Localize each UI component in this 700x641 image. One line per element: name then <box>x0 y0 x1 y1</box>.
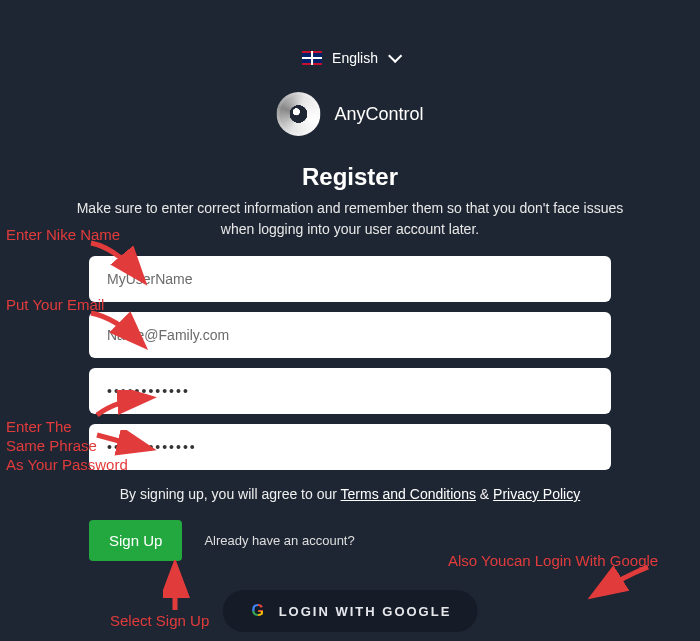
email-field[interactable] <box>89 312 611 358</box>
password-field[interactable] <box>89 368 611 414</box>
page-title: Register <box>0 163 700 191</box>
brand: AnyControl <box>276 92 423 136</box>
confirm-password-field[interactable] <box>89 424 611 470</box>
language-label: English <box>332 50 378 66</box>
annotation-signup: Select Sign Up <box>110 612 209 631</box>
signup-button[interactable]: Sign Up <box>89 520 182 561</box>
language-selector[interactable]: English <box>302 50 398 66</box>
brand-logo-icon <box>276 92 320 136</box>
page-subtitle: Make sure to enter correct information a… <box>70 198 630 240</box>
google-button-label: LOGIN WITH GOOGLE <box>279 604 452 619</box>
google-icon: G <box>249 602 267 620</box>
arrow-icon <box>163 560 193 615</box>
register-form: By signing up, you will agree to our Ter… <box>89 256 611 561</box>
terms-link[interactable]: Terms and Conditions <box>341 486 476 502</box>
privacy-link[interactable]: Privacy Policy <box>493 486 580 502</box>
agreement-prefix: By signing up, you will agree to our <box>120 486 341 502</box>
uk-flag-icon <box>302 51 322 65</box>
agreement-amp: & <box>476 486 493 502</box>
arrow-icon <box>588 562 658 602</box>
username-field[interactable] <box>89 256 611 302</box>
agreement-text: By signing up, you will agree to our Ter… <box>89 486 611 502</box>
login-with-google-button[interactable]: G LOGIN WITH GOOGLE <box>223 590 478 632</box>
form-actions: Sign Up Already have an account? <box>89 520 611 561</box>
already-have-account[interactable]: Already have an account? <box>204 533 354 548</box>
brand-name: AnyControl <box>334 104 423 125</box>
chevron-down-icon <box>388 49 402 63</box>
